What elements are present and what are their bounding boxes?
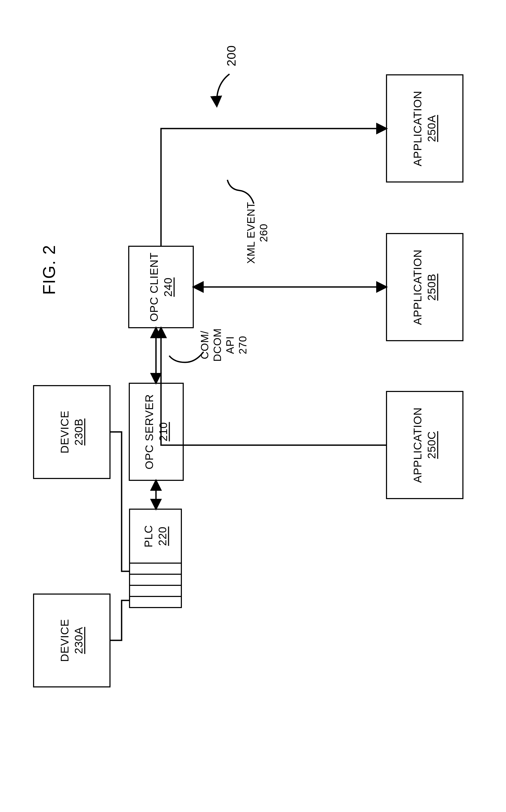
application-b-title: APPLICATION (411, 249, 424, 325)
xml-event-label: XML EVENT 260 (245, 202, 270, 264)
application-b-box: APPLICATION 250B (386, 233, 463, 341)
plc-slots (129, 564, 182, 608)
opc-client-box: OPC CLIENT 240 (128, 246, 194, 328)
com-dcom-api-ref: 270 (237, 336, 249, 354)
device-a-box: DEVICE 230A (33, 593, 110, 687)
application-c-title: APPLICATION (411, 407, 424, 483)
device-a-title: DEVICE (59, 619, 71, 662)
opc-client-title: OPC CLIENT (148, 252, 160, 322)
xml-event-ref: 260 (258, 224, 269, 242)
application-a-box: APPLICATION 250A (386, 74, 463, 182)
application-a-ref: 250A (425, 115, 438, 142)
figure-ref-label: 200 (224, 45, 239, 66)
plc-ref: 220 (156, 526, 168, 546)
figure-caption: FIG. 2 (39, 245, 59, 295)
device-b-title: DEVICE (59, 410, 71, 453)
application-b-ref: 250B (425, 273, 438, 301)
com-dcom-api-label: COM/ DCOM API 270 (198, 328, 246, 361)
opc-server-box: OPC SERVER 210 (129, 383, 184, 481)
opc-server-title: OPC SERVER (143, 394, 156, 470)
application-c-ref: 250C (425, 431, 438, 459)
plc-box: PLC 220 (129, 509, 182, 564)
opc-server-ref: 210 (157, 422, 169, 441)
diagram-figure: 200 DEVICE 230A DEVICE 230B PLC 220 OPC … (0, 0, 506, 812)
device-b-box: DEVICE 230B (33, 385, 110, 479)
opc-client-ref: 240 (162, 277, 174, 297)
application-a-title: APPLICATION (411, 91, 424, 166)
application-c-box: APPLICATION 250C (386, 391, 463, 499)
device-a-ref: 230A (72, 627, 85, 654)
plc-title: PLC (142, 525, 155, 548)
device-b-ref: 230B (72, 418, 85, 445)
